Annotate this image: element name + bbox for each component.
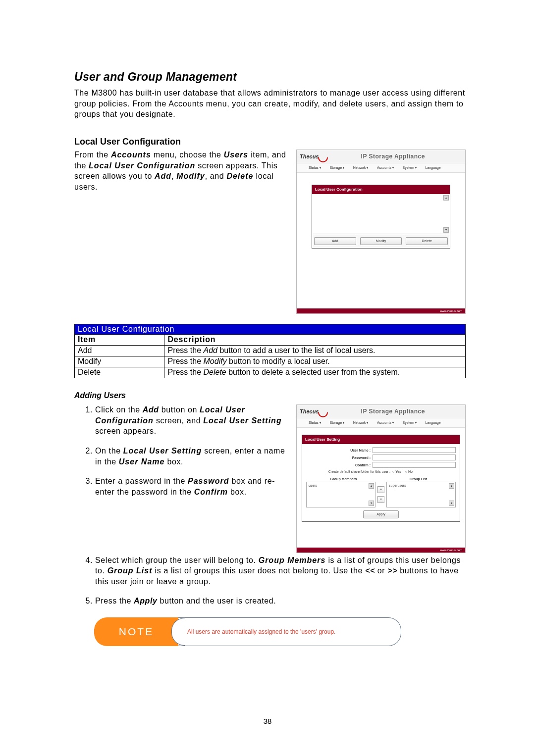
- confirm-input[interactable]: [373, 462, 456, 468]
- apply-button[interactable]: Apply: [363, 510, 399, 518]
- panel-title: Local User Configuration: [312, 185, 450, 195]
- menu-network[interactable]: Network: [353, 420, 368, 425]
- menu-network[interactable]: Network: [353, 165, 368, 170]
- list-item[interactable]: superusers: [389, 484, 406, 487]
- menu-language[interactable]: Language: [426, 165, 441, 170]
- note-callout: NOTE All users are automatically assigne…: [94, 617, 401, 646]
- thecus-logo: Thecus: [300, 153, 324, 160]
- scroll-down-icon[interactable]: ▾: [443, 227, 449, 233]
- table-title: Local User Configuration: [75, 324, 466, 335]
- section-title: User and Group Management: [74, 69, 466, 85]
- move-left-button[interactable]: «: [377, 496, 384, 503]
- table-item: Modify: [75, 356, 164, 367]
- note-label: NOTE: [94, 617, 178, 646]
- table-item: Add: [75, 346, 164, 356]
- menu-status[interactable]: Status: [309, 420, 321, 425]
- menu-accounts[interactable]: Accounts: [377, 165, 393, 170]
- button-row: Add Modify Delete: [312, 234, 450, 248]
- menu-system[interactable]: System: [403, 420, 417, 425]
- menu-accounts[interactable]: Accounts: [377, 420, 393, 425]
- scroll-up-icon[interactable]: ▴: [443, 195, 449, 201]
- panel-title: Local User Setting: [302, 435, 460, 445]
- password-input[interactable]: [373, 454, 456, 460]
- scroll-down-icon[interactable]: ▾: [449, 501, 454, 506]
- step-3: Enter a password in the Password box and…: [95, 476, 286, 497]
- table-desc: Press the Modify button to modify a loca…: [164, 356, 466, 367]
- password-label: Password :: [306, 455, 373, 460]
- group-list-listbox[interactable]: superusers ▴ ▾: [386, 482, 456, 507]
- table-desc: Press the Add button to add a user to th…: [164, 346, 466, 356]
- table-row: Add Press the Add button to add a user t…: [75, 346, 466, 356]
- menu-storage[interactable]: Storage: [330, 420, 344, 425]
- config-text: From the Accounts menu, choose the Users…: [74, 150, 286, 192]
- config-row: From the Accounts menu, choose the Users…: [74, 150, 466, 313]
- list-item[interactable]: users: [309, 484, 317, 487]
- group-members-listbox[interactable]: users ▴ ▾: [306, 482, 375, 507]
- step-2: On the Local User Setting screen, enter …: [95, 446, 286, 467]
- ui-body: Local User Setting User Name : Password …: [297, 428, 465, 553]
- group-members-header: Group Members: [306, 476, 381, 482]
- document-page: User and Group Management The M3800 has …: [0, 0, 535, 756]
- ui-footer: www.thecus.com: [297, 308, 465, 313]
- steps-list-continued: Select which group the user will belong …: [86, 555, 466, 606]
- adding-users-text: Click on the Add button on Local User Co…: [74, 404, 286, 506]
- appliance-title: IP Storage Appliance: [324, 152, 462, 160]
- menu-language[interactable]: Language: [426, 420, 441, 425]
- adding-users-row: Click on the Add button on Local User Co…: [74, 404, 466, 553]
- table-desc: Press the Delete button to delete a sele…: [164, 367, 466, 378]
- note-body: All users are automatically assigned to …: [178, 617, 401, 646]
- add-button[interactable]: Add: [314, 237, 356, 245]
- user-name-input[interactable]: [373, 447, 456, 453]
- steps-list: Click on the Add button on Local User Co…: [86, 404, 286, 497]
- menu-system[interactable]: System: [403, 165, 417, 170]
- page-number: 38: [0, 716, 535, 726]
- ui-screenshot-local-user-setting: Thecus IP Storage Appliance Status Stora…: [296, 404, 466, 553]
- confirm-label: Confirm :: [306, 463, 373, 467]
- ui-menubar[interactable]: Status Storage Network Accounts System L…: [297, 163, 465, 172]
- intro-paragraph: The M3800 has built-in user database tha…: [74, 88, 466, 120]
- menu-status[interactable]: Status: [309, 165, 321, 170]
- group-list-header: Group List: [381, 476, 456, 482]
- local-user-config-panel: Local User Configuration ▴ ▾ Add Modify …: [312, 185, 450, 249]
- user-form: User Name : Password : Confirm : Cr: [302, 444, 460, 521]
- local-user-config-table: Local User Configuration Item Descriptio…: [74, 324, 466, 378]
- step-1: Click on the Add button on Local User Co…: [95, 404, 286, 437]
- thecus-logo: Thecus: [300, 408, 324, 415]
- share-yes-radio[interactable]: Yes: [392, 469, 401, 474]
- local-user-config-heading: Local User Configuration: [74, 136, 466, 148]
- local-user-setting-panel: Local User Setting User Name : Password …: [302, 435, 460, 522]
- ui-screenshot-local-user-config: Thecus IP Storage Appliance Status Stora…: [296, 150, 466, 313]
- move-right-button[interactable]: »: [377, 486, 384, 493]
- scroll-up-icon[interactable]: ▴: [369, 483, 374, 489]
- ui-header: Thecus IP Storage Appliance: [297, 405, 465, 418]
- scroll-down-icon[interactable]: ▾: [369, 501, 374, 506]
- ui-body: Local User Configuration ▴ ▾ Add Modify …: [297, 173, 465, 313]
- menu-storage[interactable]: Storage: [330, 165, 344, 170]
- table-row: Modify Press the Modify button to modify…: [75, 356, 466, 367]
- appliance-title: IP Storage Appliance: [324, 407, 462, 415]
- user-name-label: User Name :: [306, 448, 373, 453]
- modify-button[interactable]: Modify: [360, 237, 402, 245]
- step-5: Press the Apply button and the user is c…: [95, 596, 466, 606]
- table-item: Delete: [75, 367, 164, 378]
- step-4: Select which group the user will belong …: [95, 555, 466, 587]
- user-listbox[interactable]: ▴ ▾: [312, 194, 450, 234]
- table-row: Delete Press the Delete button to delete…: [75, 367, 466, 378]
- share-no-radio[interactable]: No: [405, 469, 413, 474]
- table-head-desc: Description: [164, 335, 466, 346]
- adding-users-heading: Adding Users: [74, 390, 466, 401]
- ui-menubar[interactable]: Status Storage Network Accounts System L…: [297, 418, 465, 427]
- ui-header: Thecus IP Storage Appliance: [297, 150, 465, 163]
- scroll-up-icon[interactable]: ▴: [449, 483, 454, 489]
- delete-button[interactable]: Delete: [406, 237, 448, 245]
- default-share-label: Create default share folder for this use…: [306, 469, 392, 474]
- ui-footer: www.thecus.com: [297, 548, 465, 553]
- table-head-item: Item: [75, 335, 164, 346]
